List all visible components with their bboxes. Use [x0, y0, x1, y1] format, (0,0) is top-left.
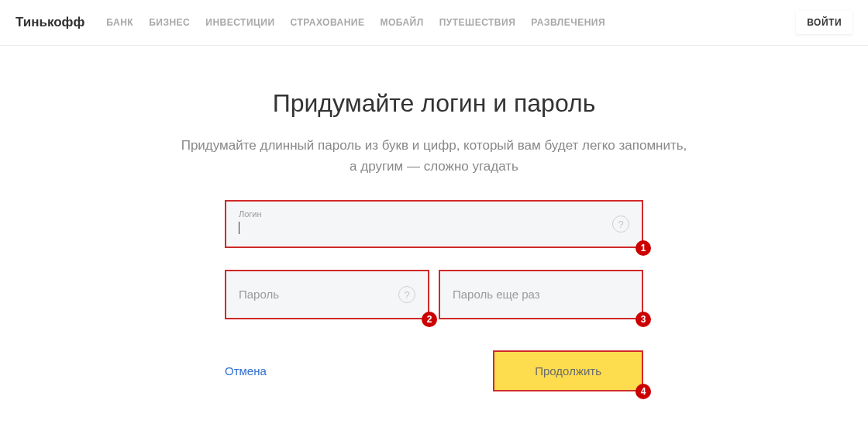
password-placeholder: Пароль — [239, 288, 279, 301]
form: Логин ? 1 Пароль ? 2 Пароль еще раз 3 — [225, 200, 643, 391]
nav-bank[interactable]: БАНК — [106, 17, 133, 28]
password-repeat-input[interactable]: Пароль еще раз — [439, 270, 643, 319]
nav-mobile[interactable]: МОБАЙЛ — [380, 17, 423, 28]
help-icon[interactable]: ? — [612, 216, 629, 233]
login-button[interactable]: ВОЙТИ — [796, 11, 852, 34]
header: Тинькофф БАНК БИЗНЕС ИНВЕСТИЦИИ СТРАХОВА… — [0, 0, 868, 46]
password-input[interactable]: Пароль ? — [225, 270, 429, 319]
subtitle-line-2: а другим — сложно угадать — [350, 159, 518, 174]
nav-investments[interactable]: ИНВЕСТИЦИИ — [205, 17, 274, 28]
main: Придумайте логин и пароль Придумайте дли… — [0, 46, 868, 391]
text-cursor — [239, 222, 239, 234]
continue-wrap: Продолжить 4 — [493, 350, 643, 391]
annotation-marker-2: 2 — [422, 312, 437, 327]
nav-business[interactable]: БИЗНЕС — [149, 17, 190, 28]
login-field-wrap: Логин ? 1 — [225, 200, 643, 248]
nav-entertainment[interactable]: РАЗВЛЕЧЕНИЯ — [531, 17, 605, 28]
nav-insurance[interactable]: СТРАХОВАНИЕ — [291, 17, 365, 28]
continue-button[interactable]: Продолжить — [493, 350, 643, 391]
password-row: Пароль ? 2 Пароль еще раз 3 — [225, 270, 643, 341]
help-icon[interactable]: ? — [398, 286, 415, 303]
password-repeat-field-wrap: Пароль еще раз 3 — [439, 270, 643, 319]
annotation-marker-1: 1 — [636, 240, 651, 256]
nav-travel[interactable]: ПУТЕШЕСТВИЯ — [439, 17, 516, 28]
page-title: Придумайте логин и пароль — [0, 89, 868, 118]
page-subtitle: Придумайте длинный пароль из букв и цифр… — [0, 135, 868, 177]
password-field-wrap: Пароль ? 2 — [225, 270, 429, 319]
subtitle-line-1: Придумайте длинный пароль из букв и цифр… — [181, 138, 687, 153]
nav: БАНК БИЗНЕС ИНВЕСТИЦИИ СТРАХОВАНИЕ МОБАЙ… — [106, 17, 796, 28]
form-actions: Отмена Продолжить 4 — [225, 350, 643, 391]
login-label: Логин — [239, 209, 629, 219]
password-repeat-placeholder: Пароль еще раз — [453, 288, 540, 301]
login-input[interactable]: Логин ? — [225, 200, 643, 248]
cancel-link[interactable]: Отмена — [225, 364, 267, 378]
annotation-marker-4: 4 — [636, 384, 651, 399]
logo[interactable]: Тинькофф — [16, 15, 84, 30]
annotation-marker-3: 3 — [636, 312, 651, 327]
